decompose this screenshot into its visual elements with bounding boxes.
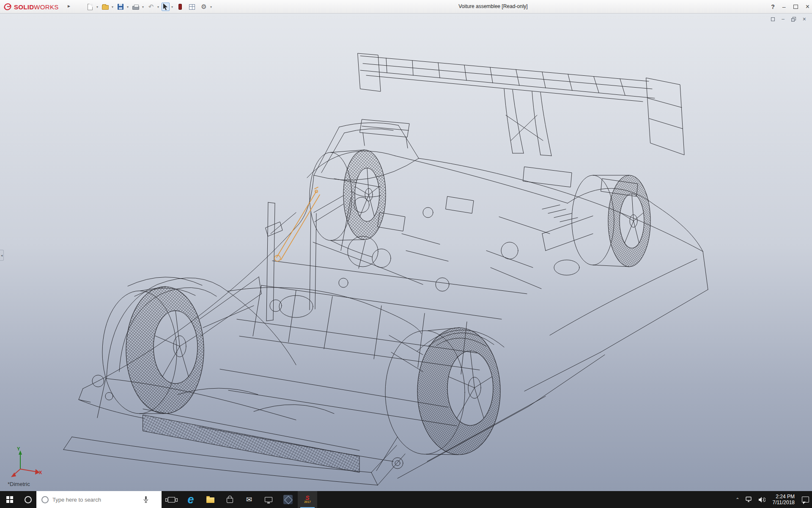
quick-access-toolbar: ▾ ▾ ▾ ▾ ↶▾ ▾ ⚙▾ xyxy=(85,2,212,12)
save-caret[interactable]: ▾ xyxy=(127,5,129,9)
collapsed-panel-tab[interactable]: ◂ xyxy=(0,250,4,261)
save-icon[interactable] xyxy=(116,2,125,11)
screen-capture-icon xyxy=(265,497,272,502)
doc-close-icon[interactable]: × xyxy=(803,16,806,22)
wireframe-car-canvas[interactable] xyxy=(0,14,812,491)
close-button[interactable]: × xyxy=(806,3,809,10)
cortana-button[interactable] xyxy=(19,491,36,508)
volume-tray-icon[interactable] xyxy=(755,491,768,508)
doc-restore-icon[interactable] xyxy=(791,17,796,22)
3d-viewer-cube-icon xyxy=(283,495,293,504)
3d-viewer-button[interactable] xyxy=(278,491,298,508)
undo-icon[interactable]: ↶ xyxy=(146,2,156,11)
file-explorer-button[interactable] xyxy=(200,491,220,508)
3d-viewport[interactable]: – × Y X *Dimetric ◂ xyxy=(0,14,812,491)
open-caret[interactable]: ▾ xyxy=(112,5,113,9)
task-view-button[interactable] xyxy=(162,491,181,508)
wheel-rear-left xyxy=(385,328,500,455)
titlebar: SOLIDWORKS ▸ ▾ ▾ ▾ ▾ ↶▾ ▾ ⚙▾ Voiture ass… xyxy=(0,0,812,14)
edge-button[interactable]: e xyxy=(181,491,200,508)
dock-window-icon[interactable] xyxy=(771,17,775,21)
xpert-tool-icon[interactable] xyxy=(176,2,185,11)
view-orientation-label: *Dimetric xyxy=(8,481,30,487)
body-shell xyxy=(79,119,708,420)
edge-icon: e xyxy=(187,494,194,505)
mail-envelope-icon: ✉ xyxy=(246,496,252,503)
system-tray: ⌃ 2:24 PM 7/11/2018 xyxy=(732,491,812,508)
ds-logo-icon xyxy=(3,3,12,11)
document-title: Voiture assemblee [Read-only] xyxy=(458,3,527,9)
solidworks-logo: SOLIDWORKS xyxy=(3,2,59,11)
selected-edge-highlight xyxy=(274,187,320,261)
help-button[interactable]: ? xyxy=(771,4,775,10)
open-icon[interactable] xyxy=(101,2,110,11)
file-explorer-icon xyxy=(206,497,214,503)
window-controls: ? – × xyxy=(771,0,809,14)
wheel-front-left xyxy=(102,287,204,414)
tray-date: 7/11/2018 xyxy=(773,500,795,505)
new-document-caret[interactable]: ▾ xyxy=(96,5,98,9)
options-gear-icon[interactable]: ⚙ xyxy=(199,2,208,11)
tray-clock[interactable]: 2:24 PM 7/11/2018 xyxy=(768,494,799,505)
store-button[interactable] xyxy=(220,491,239,508)
action-center-icon xyxy=(802,497,809,502)
search-circle-icon xyxy=(41,496,49,503)
select-tool-button[interactable] xyxy=(162,3,170,11)
document-window-controls: – × xyxy=(771,16,806,22)
wheel-front-right xyxy=(310,150,386,240)
evaluate-table-icon[interactable] xyxy=(187,2,197,11)
store-bag-icon xyxy=(227,498,233,503)
orientation-triad-icon xyxy=(11,450,40,477)
start-button[interactable] xyxy=(0,491,19,508)
logo-wordmark: SOLIDWORKS xyxy=(14,3,59,11)
triad-x-label: X xyxy=(39,470,42,475)
task-view-icon xyxy=(168,497,175,502)
wheel-rear-right xyxy=(572,175,650,267)
select-caret[interactable]: ▾ xyxy=(171,5,173,9)
cortana-circle-icon xyxy=(25,496,32,503)
windows-logo-icon xyxy=(6,496,13,503)
taskbar-search[interactable] xyxy=(36,491,162,508)
mail-button[interactable]: ✉ xyxy=(239,491,259,508)
print-icon[interactable] xyxy=(131,2,140,11)
car-wireframe xyxy=(11,53,708,485)
toolbar-flyout-arrow-icon[interactable]: ▸ xyxy=(68,3,70,9)
action-center-button[interactable] xyxy=(799,491,812,508)
options-caret[interactable]: ▾ xyxy=(210,5,212,9)
minimize-button[interactable]: – xyxy=(782,4,786,10)
triad-y-label: Y xyxy=(17,446,20,451)
microphone-icon[interactable] xyxy=(143,496,148,503)
solidworks-taskbar-button[interactable]: S 2017 xyxy=(298,491,317,508)
rear-wing xyxy=(358,53,684,156)
hidden-icons-caret[interactable]: ⌃ xyxy=(732,491,742,508)
select-cursor-icon xyxy=(163,3,168,10)
print-caret[interactable]: ▾ xyxy=(142,5,144,9)
doc-minimize-icon[interactable]: – xyxy=(782,17,785,22)
search-input[interactable] xyxy=(52,497,143,503)
undo-caret[interactable]: ▾ xyxy=(157,5,159,9)
maximize-button[interactable] xyxy=(793,5,798,9)
screen-capture-button[interactable] xyxy=(259,491,278,508)
new-document-icon[interactable] xyxy=(85,2,95,11)
solidworks-app-icon: S 2017 xyxy=(302,494,313,505)
network-tray-icon[interactable] xyxy=(743,491,755,508)
tray-time: 2:24 PM xyxy=(776,494,795,500)
taskbar: e ✉ S 2017 ⌃ 2:24 PM 7/11/2018 xyxy=(0,491,812,508)
